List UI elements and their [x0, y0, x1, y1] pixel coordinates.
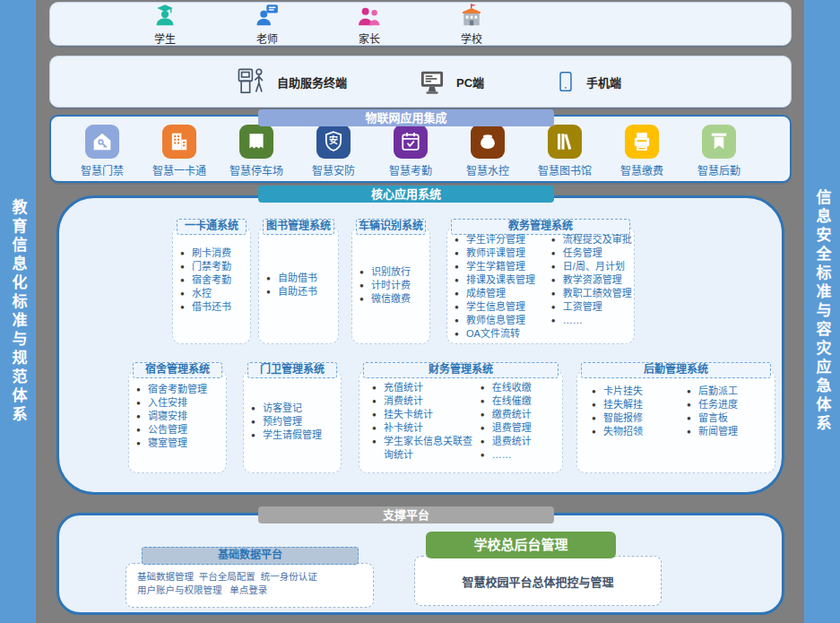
base-data-platform-box: 基础数据管理 平台全局配置 统一身份认证用户账户与权限管理 单点登录	[126, 563, 374, 608]
system-item: 宿舍考勤管理	[136, 383, 226, 396]
support-section-band: 支撑平台	[258, 506, 554, 523]
system-item-list: 宿舍考勤管理入住安排调寝安排公告管理寝室管理	[129, 370, 226, 450]
system-item: 挂失解挂	[592, 398, 687, 411]
system-item-list: 学生评分管理教师评课管理学生学籍管理排课及课表管理成绩管理学生信息管理教师信息管…	[451, 233, 551, 341]
system-item: 公告管理	[136, 423, 226, 437]
system-box-title: 财务管理系统	[363, 362, 559, 378]
system-item: 卡片挂失	[592, 385, 687, 398]
system-item-list: 充值统计消费统计挂失卡统计补卡统计学生家长信息关联查询统计	[363, 381, 481, 462]
system-box-title: 门卫管理系统	[247, 362, 337, 378]
user-item-school: 学校	[443, 2, 500, 46]
user-item-label: 家长	[359, 30, 380, 46]
system-item: ……	[551, 314, 634, 327]
system-item: 退费统计	[481, 435, 562, 448]
system-box-one-card: 一卡通系统 刷卡消费门禁考勤宿舍考勤水控借书还书	[172, 226, 251, 344]
student-icon	[152, 2, 178, 29]
system-box-title: 一卡通系统	[177, 219, 247, 235]
user-item-label: 学生	[154, 30, 176, 46]
system-item: 排课及课表管理	[455, 273, 551, 287]
iot-item-attendance: 智慧考勤	[377, 125, 444, 181]
system-item: 学生信息管理	[455, 300, 551, 314]
iot-item-onecard: 智慧一卡通	[146, 125, 212, 181]
system-box-library-mgmt: 图书管理系统 自助借书自助还书	[258, 226, 339, 344]
support-platform-box: 基础数据平台 基础数据管理 平台全局配置 统一身份认证用户账户与权限管理 单点登…	[56, 513, 784, 615]
user-item-label: 学校	[461, 30, 482, 46]
user-item-parents: 家长	[341, 2, 398, 46]
iot-item-access: 智慧门禁	[69, 125, 135, 181]
terminal-item-label: 手机端	[586, 74, 621, 91]
system-item: 消费统计	[372, 394, 481, 408]
core-systems-box: 一卡通系统 刷卡消费门禁考勤宿舍考勤水控借书还书 图书管理系统 自助借书自助还书…	[56, 195, 784, 495]
system-item: 借书还书	[180, 300, 250, 314]
left-standards-bar: 教育信息化标准与规范体系	[0, 0, 36, 623]
system-item: 入住安排	[136, 396, 226, 410]
attendance-calendar-icon	[398, 129, 423, 154]
system-box-dormitory: 宿舍管理系统 宿舍考勤管理入住安排调寝安排公告管理寝室管理	[128, 369, 227, 473]
iot-item-logistics: 智慧后勤	[686, 125, 752, 181]
system-box-logistics-mgmt: 后勤管理系统 卡片挂失挂失解挂智能报修失物招领 后勤派工任务进度留言板新闻管理	[576, 369, 775, 473]
system-item: 缴费统计	[481, 408, 562, 421]
system-item: 学生学籍管理	[455, 260, 551, 273]
system-box-vehicle-recognition: 车辆识别系统 识别放行计时计费微信缴费	[351, 226, 430, 344]
base-data-platform-label: 基础数据平台	[142, 547, 359, 565]
system-item: 日/周、月计划	[551, 260, 634, 273]
system-item: 任务进度	[687, 398, 769, 411]
system-item: 留言板	[687, 411, 769, 425]
users-row: 学生 老师 家长 学校	[49, 2, 792, 46]
system-item: 预约管理	[251, 415, 341, 428]
system-item: 教学资源管理	[551, 273, 634, 287]
terminal-item-mobile: 手机端	[554, 65, 621, 99]
system-item-list: 在线收缴在线催缴缴费统计退费管理退费统计……	[481, 381, 562, 462]
system-item: 后勤派工	[687, 385, 769, 398]
system-item: 在线收缴	[481, 381, 562, 394]
system-box-gatekeeper: 门卫管理系统 访客登记预约管理学生请假管理	[243, 369, 342, 473]
system-item: 流程提交及审批	[551, 233, 634, 247]
base-data-line: 用户账户与权限管理 单点登录	[137, 584, 373, 597]
system-item: 在线催缴	[481, 394, 562, 408]
water-control-icon	[475, 129, 500, 154]
iot-item-label: 智慧水控	[466, 162, 509, 177]
system-item: 自助借书	[266, 272, 338, 285]
system-item-list: 后勤派工任务进度留言板新闻管理	[687, 385, 769, 438]
system-item-list: 识别放行计时计费微信缴费	[352, 265, 429, 306]
system-item-list: 卡片挂失挂失解挂智能报修失物招领	[581, 385, 687, 438]
system-item: ……	[481, 448, 562, 462]
iot-item-label: 智慧考勤	[389, 162, 432, 177]
system-box-academic-affairs: 教务管理系统 学生评分管理教师评课管理学生学籍管理排课及课表管理成绩管理学生信息…	[446, 226, 635, 344]
system-item: 成绩管理	[455, 287, 551, 300]
iot-item-label: 智慧图书馆	[538, 162, 592, 177]
system-item: 学生评分管理	[455, 233, 551, 247]
system-item: 失物招领	[592, 425, 687, 438]
iot-item-parking: 智慧停车场	[223, 125, 290, 181]
system-box-title: 图书管理系统	[263, 219, 334, 235]
system-item: 新闻管理	[687, 425, 769, 438]
system-item: 任务管理	[551, 247, 634, 260]
kiosk-icon	[234, 65, 268, 99]
system-item-list: 访客登记预约管理学生请假管理	[244, 402, 341, 442]
system-item: 自助还书	[266, 285, 338, 299]
system-item: 教师信息管理	[455, 314, 551, 327]
system-item: 智能报修	[592, 411, 687, 425]
school-admin-label: 学校总后台管理	[426, 532, 616, 558]
right-standards-text: 信息安全标准与容灾应急体系	[811, 189, 834, 434]
system-item: 识别放行	[359, 265, 429, 279]
iot-item-label: 智慧缴费	[620, 162, 663, 177]
base-data-platform-lines: 基础数据管理 平台全局配置 统一身份认证用户账户与权限管理 单点登录	[126, 564, 373, 597]
system-item: 补卡统计	[372, 421, 481, 435]
teacher-icon	[254, 2, 281, 29]
parents-icon	[356, 2, 383, 29]
library-icon	[552, 129, 577, 154]
smart-campus-architecture-diagram: 教育信息化标准与规范体系 信息安全标准与容灾应急体系 学生 老师 家长 学校	[0, 0, 840, 623]
system-item: 寝室管理	[136, 437, 226, 450]
iot-item-label: 智慧安防	[312, 162, 355, 177]
terminal-item-label: 自助服务终端	[277, 74, 347, 91]
iot-section-band: 物联网应用集成	[258, 109, 554, 126]
system-item: 工资管理	[551, 300, 634, 314]
system-item: 教职工绩效管理	[551, 287, 634, 300]
access-control-icon	[90, 129, 115, 154]
terminals-row: 自助服务终端 PC端 手机端	[49, 56, 792, 108]
system-item: 教师评课管理	[455, 247, 551, 260]
terminal-item-label: PC端	[456, 74, 484, 91]
system-box-title: 宿舍管理系统	[133, 362, 222, 378]
system-item-list: 自助借书自助还书	[259, 272, 338, 299]
